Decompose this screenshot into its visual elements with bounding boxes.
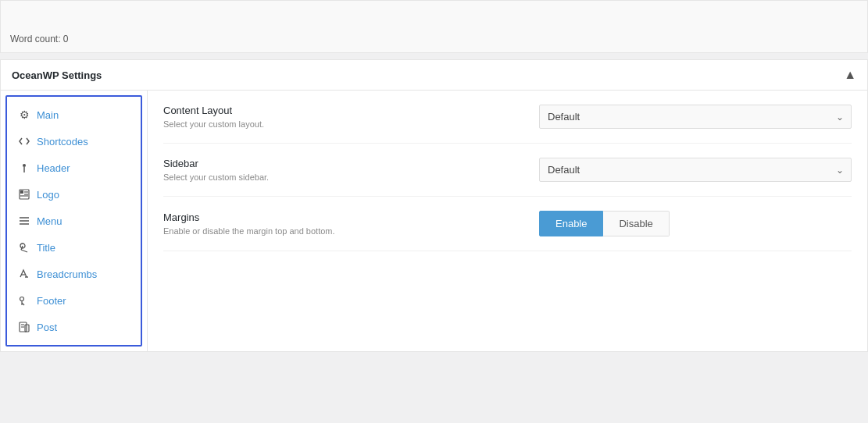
word-count-value: 0 [63,34,69,44]
sidebar-item-logo[interactable]: Logo [7,181,141,208]
settings-panel-toggle[interactable]: ▲ [844,68,856,82]
page-wrapper: Word count: 0 OceanWP Settings ▲ ⚙ Main [0,0,868,423]
nav-label-breadcrumbs: Breadcrumbs [37,268,97,280]
gear-icon: ⚙ [18,108,30,121]
sidebar-select[interactable]: Default [539,158,852,182]
setting-label-sidebar: Sidebar [163,158,523,169]
menu-icon [18,215,30,227]
nav-label-footer: Footer [37,295,66,307]
setting-label-margins: Margins [163,212,523,223]
setting-row-margins: Margins Enable or disable the margin top… [163,197,852,251]
settings-nav: ⚙ Main Shortcodes [5,95,142,347]
sidebar-item-title[interactable]: Title [7,234,141,261]
header-icon [18,162,30,174]
shortcodes-icon [18,135,30,148]
setting-control-sidebar: Default ⌄ [539,158,852,182]
settings-content: Content Layout Select your custom layout… [147,91,867,351]
svg-point-15 [20,297,24,301]
nav-label-title: Title [37,242,55,254]
setting-info-sidebar: Sidebar Select your custom sidebar. [163,158,523,182]
nav-label-menu: Menu [37,215,63,227]
post-icon [18,321,30,333]
setting-desc-margins: Enable or disable the margin top and bot… [163,226,523,236]
sidebar-item-breadcrumbs[interactable]: Breadcrumbs [7,261,141,287]
nav-label-post: Post [37,322,57,333]
setting-row-content-layout: Content Layout Select your custom layout… [163,91,852,144]
settings-panel: OceanWP Settings ▲ ⚙ Main Short [0,59,868,352]
sidebar-item-menu[interactable]: Menu [7,208,141,234]
nav-label-logo: Logo [37,189,59,201]
footer-icon [18,294,30,307]
svg-line-11 [21,246,23,250]
word-count-label: Word count: [10,34,60,44]
sidebar-item-post[interactable]: Post [7,314,141,340]
setting-control-content-layout: Default Full Width Left Sidebar Right Si… [539,105,852,129]
margins-enable-button[interactable]: Enable [539,211,603,236]
nav-label-shortcodes: Shortcodes [37,136,88,148]
logo-icon [18,188,30,201]
setting-row-sidebar: Sidebar Select your custom sidebar. Defa… [163,144,852,197]
sidebar-item-header[interactable]: Header [7,155,141,181]
settings-body: ⚙ Main Shortcodes [1,91,867,351]
content-layout-select-wrapper: Default Full Width Left Sidebar Right Si… [539,105,852,129]
svg-rect-3 [20,190,23,194]
word-count-bar: Word count: 0 [0,0,868,53]
setting-info-margins: Margins Enable or disable the margin top… [163,212,523,236]
sidebar-item-main[interactable]: ⚙ Main [7,101,141,128]
nav-label-main: Main [37,109,59,121]
setting-desc-sidebar: Select your custom sidebar. [163,172,523,182]
sidebar-item-shortcodes[interactable]: Shortcodes [7,128,141,155]
setting-control-margins: Enable Disable [539,211,852,236]
setting-info-content-layout: Content Layout Select your custom layout… [163,105,523,129]
margins-disable-button[interactable]: Disable [603,211,669,236]
nav-label-header: Header [37,162,70,174]
sidebar-select-wrapper: Default ⌄ [539,158,852,182]
margins-toggle-group: Enable Disable [539,211,670,236]
setting-desc-content-layout: Select your custom layout. [163,119,523,129]
title-icon [18,241,30,254]
breadcrumbs-icon [18,268,30,280]
setting-label-content-layout: Content Layout [163,105,523,116]
settings-panel-title: OceanWP Settings [12,69,102,81]
svg-point-0 [23,164,26,167]
sidebar-item-footer[interactable]: Footer [7,287,141,314]
settings-header: OceanWP Settings ▲ [1,60,867,91]
content-layout-select[interactable]: Default Full Width Left Sidebar Right Si… [539,105,852,129]
svg-line-12 [21,250,27,252]
